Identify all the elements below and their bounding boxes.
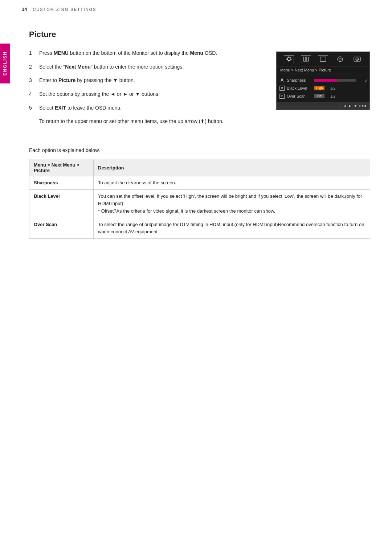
options-table: Menu > Next Menu > Picture Description S… <box>29 159 370 239</box>
step-list: 1 Press MENU button on the bottom of the… <box>29 49 261 112</box>
sharpness-value: 5 <box>358 78 367 82</box>
step-text: Set the options by pressing the ◄ or ► o… <box>39 90 160 98</box>
table-row: Sharpness To adjust the clearness of the… <box>29 176 370 190</box>
step-text: Select the "Next Menu" button to enter t… <box>39 63 184 71</box>
blacklevel-value: 1/2 <box>327 86 335 90</box>
osd-row-overscan: C Over Scan Off 1/2 <box>277 92 369 100</box>
step-4: 4 Set the options by pressing the ◄ or ►… <box>29 90 261 98</box>
sharpness-label: Sharpness <box>287 78 312 82</box>
step-2: 2 Select the "Next Menu" button to enter… <box>29 63 261 71</box>
overscan-label: Over Scan <box>287 94 312 98</box>
overscan-value: 1/2 <box>327 94 335 98</box>
language-label: ENGLISH <box>3 51 8 75</box>
step-text: Enter to Picture by pressing the ▼ butto… <box>39 77 135 85</box>
picture-icon <box>352 55 362 63</box>
instructions-panel: Picture 1 Press MENU button on the botto… <box>29 30 261 126</box>
desc-blacklevel: You can set the offset level. If you sel… <box>94 190 370 218</box>
desc-overscan: To select the range of output image for … <box>94 218 370 238</box>
sharpness-bar <box>314 79 356 82</box>
page-title: Picture <box>29 30 261 39</box>
svg-point-12 <box>339 58 341 60</box>
svg-point-0 <box>287 58 290 61</box>
table-row: Black Level You can set the offset level… <box>29 190 370 218</box>
color-icon <box>301 55 311 63</box>
step-number: 3 <box>29 77 35 85</box>
osd-rows: A Sharpness 5 B Black Level High 1/2 C <box>277 74 369 102</box>
up-button: ↑ <box>339 104 341 108</box>
main-content: Picture 1 Press MENU button on the botto… <box>0 15 392 140</box>
table-section: Each option is explained below. Menu > N… <box>0 140 392 253</box>
osd-breadcrumb: Menu > Next Menu > Picture <box>277 66 369 74</box>
osd-icon-row <box>277 52 369 66</box>
col-description-header: Description <box>94 159 370 176</box>
svg-line-8 <box>287 61 287 61</box>
step-number: 2 <box>29 63 35 71</box>
svg-point-15 <box>357 59 358 60</box>
blacklevel-bar-text: High <box>314 86 324 90</box>
desc-sharpness: To adjust the clearness of the screen. <box>94 176 370 190</box>
feature-sharpness: Sharpness <box>29 176 94 190</box>
settings-icon <box>335 55 345 63</box>
brightness-icon <box>284 55 294 63</box>
step-number: 1 <box>29 49 35 57</box>
osd-row-blacklevel: B Black Level High 1/2 <box>277 84 369 92</box>
overscan-bar-text: Off <box>314 94 324 98</box>
language-tab: ENGLISH <box>0 44 10 83</box>
svg-rect-10 <box>306 57 309 61</box>
overscan-icon: C <box>279 94 285 99</box>
svg-point-13 <box>338 57 343 62</box>
each-option-note: Each option is explained below. <box>29 147 370 153</box>
col-menu-header: Menu > Next Menu > Picture <box>29 159 94 176</box>
step-1: 1 Press MENU button on the bottom of the… <box>29 49 261 57</box>
osd-screen: Menu > Next Menu > Picture A Sharpness 5… <box>276 52 370 110</box>
page-header: 14 CUSTOMIZING SETTINGS <box>0 0 392 15</box>
step-text: Select EXIT to leave the OSD menu. <box>39 104 122 112</box>
table-header-row: Menu > Next Menu > Picture Description <box>29 159 370 176</box>
step-number: 4 <box>29 90 35 98</box>
svg-line-7 <box>290 57 291 57</box>
svg-rect-11 <box>320 57 326 61</box>
osd-row-sharpness: A Sharpness 5 <box>277 76 369 84</box>
sharpness-icon: A <box>279 78 285 83</box>
svg-line-5 <box>287 57 287 57</box>
return-note: To return to the upper menu or set other… <box>39 118 261 126</box>
sharpness-bar-fill <box>314 79 337 82</box>
svg-rect-9 <box>303 57 306 61</box>
left-button: ◄ <box>343 104 346 108</box>
step-3: 3 Enter to Picture by pressing the ▼ but… <box>29 77 261 85</box>
breadcrumb-text: Menu > Next Menu > Picture <box>280 68 331 72</box>
page-number: 14 <box>22 7 27 12</box>
feature-blacklevel: Black Level <box>29 190 94 218</box>
step-5: 5 Select EXIT to leave the OSD menu. <box>29 104 261 112</box>
feature-overscan: Over Scan <box>29 218 94 238</box>
step-text: Press MENU button on the bottom of the M… <box>39 49 217 57</box>
osd-footer: ↑ ◄ ► ▼ EXIT <box>277 102 369 110</box>
exit-button: EXIT <box>359 104 367 108</box>
display-icon <box>318 55 328 63</box>
table-row: Over Scan To select the range of output … <box>29 218 370 238</box>
right-button: ► <box>348 104 352 108</box>
section-title: CUSTOMIZING SETTINGS <box>33 7 96 12</box>
blacklevel-label: Black Level <box>287 86 312 90</box>
blacklevel-icon: B <box>279 86 285 91</box>
down-button: ▼ <box>354 104 357 108</box>
osd-panel: Menu > Next Menu > Picture A Sharpness 5… <box>276 52 370 126</box>
svg-line-6 <box>290 61 291 61</box>
step-number: 5 <box>29 104 35 112</box>
